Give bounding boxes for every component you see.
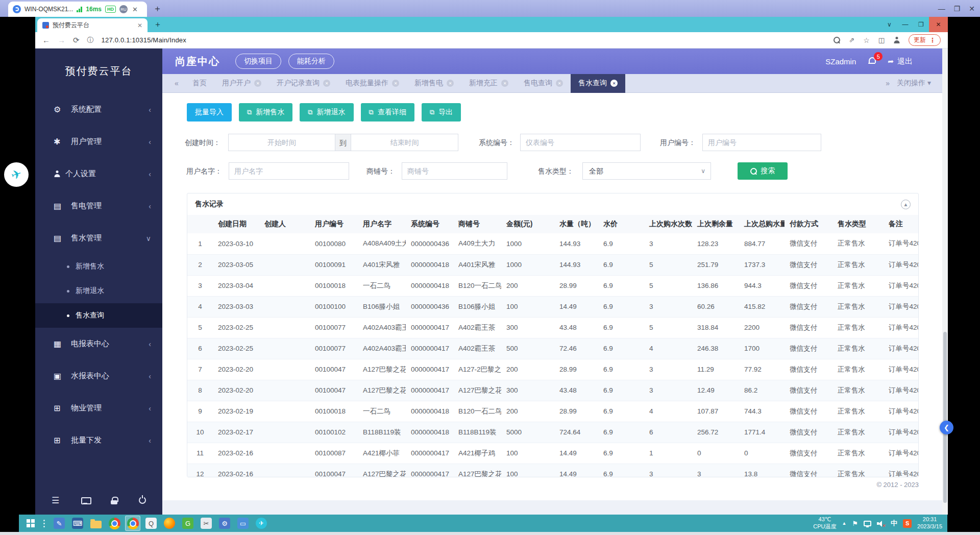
table-row[interactable]: 42023-03-0300100100B106滕小姐0000000436B106… [187, 296, 919, 317]
edge-panel-handle[interactable]: ❮ [940, 421, 953, 434]
remote-tab-close-icon[interactable]: ✕ [132, 6, 138, 13]
taskbar-icon-tablet[interactable]: ▭ [235, 516, 251, 531]
tab-close-icon[interactable]: ✕ [254, 80, 261, 87]
sale-type-select[interactable]: 全部 ∨ [582, 162, 711, 180]
end-time-input[interactable] [351, 134, 458, 151]
sidebar-item[interactable]: ⚙系统配置‹ [35, 93, 162, 126]
page-scrollbar[interactable] [942, 48, 948, 515]
sidebar-subitem[interactable]: 新增退水 [35, 279, 162, 303]
sidebar-toggle-icon[interactable]: ◫ [878, 36, 885, 44]
todesk-floating-ball[interactable]: ✈ [4, 162, 29, 187]
tab-close-icon[interactable]: ✕ [447, 80, 454, 87]
taskbar-icon-chrome-active[interactable] [125, 516, 140, 531]
sidebar-item[interactable]: ▣水报表中心‹ [35, 360, 162, 392]
taskbar-icon-folder[interactable] [88, 516, 104, 531]
monitor-icon[interactable] [81, 497, 89, 504]
tab-close-icon[interactable]: ✕ [392, 80, 399, 87]
nav-tab[interactable]: 电表批量操作✕ [338, 74, 407, 93]
taskbar-icon-qq[interactable]: Q [143, 516, 159, 531]
sogou-icon[interactable]: S [903, 519, 912, 528]
bookmark-star-icon[interactable]: ☆ [863, 36, 870, 44]
update-button[interactable]: 更新⋮ [909, 34, 941, 46]
taskbar-icon-paint[interactable]: ✎ [52, 516, 67, 531]
remote-new-tab-button[interactable]: ＋ [153, 0, 162, 17]
nav-tab[interactable]: 开户记录查询✕ [269, 74, 338, 93]
table-row[interactable]: 102023-02-1700100102B118B119装0000000418B… [187, 422, 919, 443]
ime-indicator[interactable]: 中 [891, 519, 897, 528]
browser-new-tab-button[interactable]: ＋ [154, 17, 162, 32]
tab-close-icon[interactable]: ✕ [501, 80, 508, 87]
energy-analysis-button[interactable]: 能耗分析 [288, 54, 334, 69]
table-row[interactable]: 72023-02-2000100047A127巴黎之花0000000417A12… [187, 359, 919, 380]
notifications-button[interactable]: 5 [868, 57, 875, 66]
search-button[interactable]: 搜索 [738, 162, 788, 180]
table-row[interactable]: 122023-02-1600100047A127巴黎之花0000000417A1… [187, 464, 919, 477]
system-no-input[interactable] [520, 134, 641, 151]
switch-project-button[interactable]: 切换项目 [235, 54, 281, 69]
browser-tab[interactable]: 预付费云平台 ✕ [37, 18, 148, 32]
taskbar-icon-putty[interactable]: ⌨ [70, 516, 85, 531]
clock[interactable]: 20:31 2023/3/15 [917, 516, 942, 530]
table-row[interactable]: 32023-03-0400100018一石二鸟0000000418B120一石二… [187, 275, 919, 296]
start-button[interactable] [19, 515, 42, 532]
collapse-panel-icon[interactable]: ▲ [901, 200, 911, 209]
menu-icon[interactable]: ☰ [52, 495, 59, 506]
reload-icon[interactable]: ⟳ [73, 36, 80, 45]
address-bar[interactable]: 127.0.0.1:10315/Main/Index [102, 36, 186, 44]
remote-close-button[interactable]: ✕ [969, 5, 975, 13]
sidebar-subitem[interactable]: 售水查询 [35, 303, 162, 328]
back-icon[interactable]: ← [42, 36, 50, 44]
user-no-input[interactable] [702, 134, 821, 151]
profile-icon[interactable] [893, 37, 900, 43]
sidebar-subitem[interactable]: 新增售水 [35, 254, 162, 279]
action-center-flag-icon[interactable]: ⚑ [852, 520, 858, 527]
tab-close-icon[interactable]: ✕ [323, 80, 330, 87]
browser-tab-close-icon[interactable]: ✕ [137, 22, 142, 29]
sidebar-item[interactable]: 个人设置‹ [35, 158, 162, 190]
logout-button[interactable]: ➦ 退出 [888, 57, 913, 66]
nav-tab[interactable]: 售电查询✕ [516, 74, 571, 93]
tabs-scroll-left-icon[interactable]: « [168, 79, 185, 87]
shop-no-input[interactable] [402, 162, 507, 180]
taskbar-icon-settings[interactable]: ⚙ [217, 516, 232, 531]
taskbar-icon-wegame[interactable]: G [180, 516, 195, 531]
remote-minimize-button[interactable]: — [938, 5, 945, 13]
table-row[interactable]: 52023-02-2500100077A402A403霸王茶0000000417… [187, 317, 919, 338]
close-operations-dropdown[interactable]: 关闭操作 ▾ [897, 79, 931, 88]
sidebar-item[interactable]: ▦电报表中心‹ [35, 328, 162, 360]
remote-session-tab[interactable]: WIN-OQMSK21... 16ms HD RU ✕ [8, 2, 147, 17]
sidebar-item[interactable]: ▤售电管理‹ [35, 190, 162, 222]
nav-tab[interactable]: 新增充正✕ [461, 74, 516, 93]
chevron-down-icon[interactable]: ∨ [881, 17, 897, 32]
table-row[interactable]: 92023-02-1900100018一石二鸟0000000418B120一石二… [187, 401, 919, 422]
nav-tab[interactable]: 用户开户✕ [214, 74, 269, 93]
window-maximize-button[interactable]: ❐ [913, 17, 929, 32]
remote-maximize-button[interactable]: ❐ [954, 5, 961, 13]
volume-muted-icon[interactable]: ✕ [877, 520, 885, 527]
forward-icon[interactable]: → [58, 36, 65, 44]
sidebar-item[interactable]: ⊞批量下发‹ [35, 424, 162, 456]
sidebar-item[interactable]: ⊞物业管理‹ [35, 392, 162, 424]
toolbar-button[interactable]: ⧉导出 [422, 103, 461, 121]
nav-tab[interactable]: 售水查询✕ [571, 74, 625, 93]
tabs-scroll-right-icon[interactable]: » [886, 79, 890, 87]
tray-expand-icon[interactable]: ▲ [842, 521, 846, 526]
share-icon[interactable]: ⇗ [849, 36, 854, 44]
tab-close-icon[interactable]: ✕ [556, 80, 563, 87]
table-row[interactable]: 12023-03-1000100080A408A409土大力0000000436… [187, 233, 919, 254]
window-minimize-button[interactable]: — [897, 17, 913, 32]
table-row[interactable]: 112023-02-1600100087A421椰小菲0000000417A42… [187, 443, 919, 464]
sidebar-item[interactable]: ✱用户管理‹ [35, 126, 162, 158]
sidebar-item[interactable]: ▤售水管理∨ [35, 222, 162, 254]
toolbar-button[interactable]: ⧉查看详细 [361, 103, 414, 121]
window-close-button[interactable]: ✕ [929, 17, 948, 32]
site-info-icon[interactable]: ⓘ [87, 36, 94, 45]
taskbar-icon-snip[interactable]: ✂ [199, 516, 214, 531]
hd-badge[interactable]: HD [105, 6, 116, 13]
zoom-icon[interactable] [834, 37, 840, 43]
table-row[interactable]: 62023-02-2500100077A402A403霸王茶0000000417… [187, 338, 919, 359]
nav-tab[interactable]: 新增售电✕ [407, 74, 461, 93]
table-row[interactable]: 22023-03-0500100091A401宋风雅0000000418A401… [187, 254, 919, 275]
taskbar-icon-firefox[interactable] [162, 516, 177, 531]
network-icon[interactable] [864, 521, 871, 526]
